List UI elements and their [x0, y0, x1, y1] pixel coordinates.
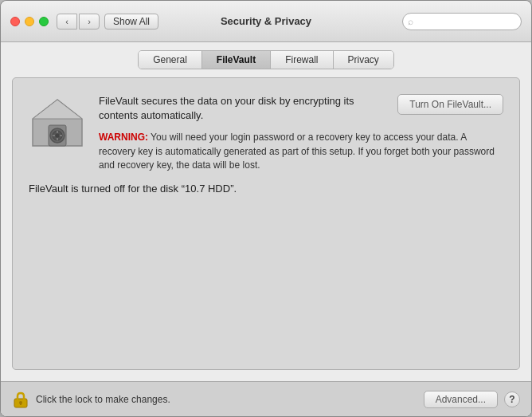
description-text: FileVault secures the data on your disk … — [99, 94, 389, 123]
svg-marker-1 — [33, 100, 82, 119]
close-button[interactable] — [10, 17, 20, 26]
tab-privacy[interactable]: Privacy — [334, 51, 393, 69]
warning-text: WARNING: You will need your login passwo… — [99, 131, 503, 172]
bottom-bar: Click the lock to make changes. Advanced… — [1, 381, 531, 416]
warning-body: You will need your login password or a r… — [99, 132, 495, 171]
tab-general[interactable]: General — [139, 51, 202, 69]
titlebar: ‹ › Show All Security & Privacy ⌕ — [1, 1, 531, 42]
search-box: ⌕ — [402, 13, 522, 30]
filevault-status: FileVault is turned off for the disk “10… — [29, 183, 503, 195]
top-row: FileVault secures the data on your disk … — [29, 94, 503, 173]
main-window: ‹ › Show All Security & Privacy ⌕ Genera… — [0, 0, 532, 417]
forward-button[interactable]: › — [79, 14, 100, 30]
minimize-button[interactable] — [25, 17, 34, 26]
search-input[interactable] — [402, 13, 522, 30]
maximize-button[interactable] — [39, 17, 49, 26]
lock-icon[interactable] — [12, 391, 29, 408]
search-icon: ⌕ — [408, 16, 413, 27]
svg-rect-12 — [20, 403, 22, 405]
tabs: General FileVault Firewall Privacy — [138, 50, 394, 69]
tab-filevault[interactable]: FileVault — [202, 51, 271, 69]
lock-text: Click the lock to make changes. — [36, 394, 170, 405]
tab-firewall[interactable]: Firewall — [271, 51, 333, 69]
filevault-content: FileVault secures the data on your disk … — [29, 94, 503, 353]
lock-area: Click the lock to make changes. — [12, 391, 170, 408]
tabs-container: General FileVault Firewall Privacy — [1, 42, 531, 69]
content-area: FileVault secures the data on your disk … — [12, 77, 520, 370]
advanced-button[interactable]: Advanced... — [424, 391, 498, 408]
filevault-icon — [29, 94, 86, 151]
nav-buttons: ‹ › — [57, 14, 100, 30]
bottom-right: Advanced... ? — [424, 391, 520, 408]
svg-point-5 — [56, 134, 60, 138]
turn-on-filevault-button[interactable]: Turn On FileVault... — [397, 94, 503, 115]
window-title: Security & Privacy — [221, 15, 311, 27]
warning-label: WARNING: — [99, 132, 148, 143]
back-button[interactable]: ‹ — [57, 14, 77, 30]
show-all-button[interactable]: Show All — [104, 14, 158, 30]
description-area: FileVault secures the data on your disk … — [99, 94, 503, 173]
help-button[interactable]: ? — [504, 391, 520, 407]
traffic-lights — [10, 17, 49, 26]
